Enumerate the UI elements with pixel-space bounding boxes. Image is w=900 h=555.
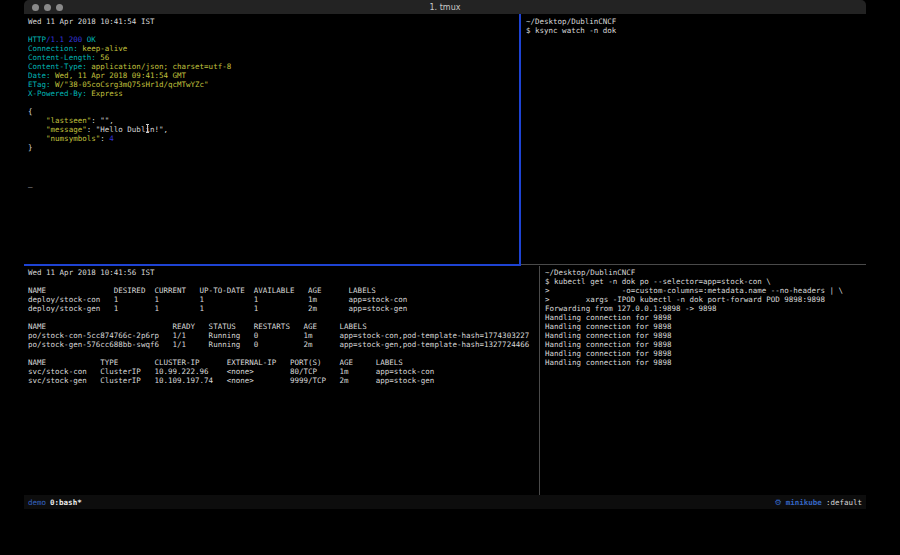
status-right: ⚙ minikube:default bbox=[771, 498, 866, 507]
pane-http-response[interactable]: Wed 11 Apr 2018 10:41:54 IST HTTP/1.1 20… bbox=[24, 14, 523, 267]
terminal-line bbox=[28, 161, 523, 170]
zoom-button[interactable] bbox=[56, 4, 63, 11]
terminal-line: Connection: keep-alive bbox=[28, 44, 523, 53]
window-tab-current[interactable]: 0:bash* bbox=[50, 498, 82, 507]
terminal-line: _ bbox=[28, 179, 523, 188]
timestamp: Wed 11 Apr 2018 10:41:56 IST bbox=[28, 268, 543, 277]
pane-ksync[interactable]: ~/Desktop/DublinCNCF$ ksync watch -n dok bbox=[522, 14, 870, 267]
session-name: demo bbox=[28, 498, 46, 507]
terminal-line: Handling connection for 9898 bbox=[545, 313, 870, 322]
terminal-line: > xargs -IPOD kubectl -n dok port-forwar… bbox=[545, 295, 870, 304]
terminal-line: Handling connection for 9898 bbox=[545, 340, 870, 349]
pods-table: NAME READY STATUS RESTARTS AGE LABELS po… bbox=[28, 322, 543, 349]
window-title: 1. tmux bbox=[24, 3, 866, 12]
terminal-line: "message": "Hello Dublin!", bbox=[28, 125, 523, 134]
services-table: NAME TYPE CLUSTER-IP EXTERNAL-IP PORT(S)… bbox=[28, 358, 543, 385]
terminal-line bbox=[28, 26, 523, 35]
status-left: demo 0:bash* bbox=[24, 498, 86, 507]
kubernetes-icon: ⚙ bbox=[775, 498, 782, 507]
terminal-line: Content-Type: application/json; charset=… bbox=[28, 62, 523, 71]
terminal-line: { bbox=[28, 107, 523, 116]
terminal-line: ~/Desktop/DublinCNCF bbox=[526, 17, 870, 26]
terminal-line: > -o=custom-columns=:metadata.name --no-… bbox=[545, 286, 870, 295]
terminal-line: HTTP/1.1 200 OK bbox=[28, 35, 523, 44]
terminal-line: Handling connection for 9898 bbox=[545, 322, 870, 331]
terminal-line: ~/Desktop/DublinCNCF bbox=[545, 268, 870, 277]
terminal-line bbox=[28, 98, 523, 107]
kube-context: minikube bbox=[786, 498, 822, 507]
terminal-line: Handling connection for 9898 bbox=[545, 358, 870, 367]
terminal-line: X-Powered-By: Express bbox=[28, 89, 523, 98]
terminal-line: Date: Wed, 11 Apr 2018 09:41:54 GMT bbox=[28, 71, 523, 80]
pane-kubectl-get[interactable]: Wed 11 Apr 2018 10:41:56 IST NAME DESIRE… bbox=[24, 266, 543, 497]
terminal-line: Content-Length: 56 bbox=[28, 53, 523, 62]
terminal-line: Handling connection for 9898 bbox=[545, 349, 870, 358]
tmux-terminal: Wed 11 Apr 2018 10:41:54 IST HTTP/1.1 20… bbox=[24, 14, 866, 495]
terminal-line: $ kubectl get -n dok po --selector=app=s… bbox=[545, 277, 870, 286]
minimize-button[interactable] bbox=[44, 4, 51, 11]
terminal-line: "numsymbols": 4 bbox=[28, 134, 523, 143]
terminal-line: Wed 11 Apr 2018 10:41:54 IST bbox=[28, 17, 523, 26]
terminal-line: "lastseen": "", bbox=[28, 116, 523, 125]
deployments-table: NAME DESIRED CURRENT UP-TO-DATE AVAILABL… bbox=[28, 286, 543, 313]
terminal-line: } bbox=[28, 143, 523, 152]
terminal-line bbox=[28, 170, 523, 179]
close-button[interactable] bbox=[32, 4, 39, 11]
pane-port-forward[interactable]: ~/Desktop/DublinCNCF$ kubectl get -n dok… bbox=[541, 266, 870, 497]
active-pane-border-vertical[interactable] bbox=[519, 14, 521, 266]
kube-namespace: :default bbox=[826, 498, 862, 507]
pane-border-horizontal[interactable] bbox=[521, 264, 866, 265]
terminal-window: 1. tmux Wed 11 Apr 2018 10:41:54 IST HTT… bbox=[24, 0, 866, 509]
terminal-line: Handling connection for 9898 bbox=[545, 331, 870, 340]
mouse-cursor-ibeam bbox=[145, 124, 150, 133]
terminal-line: Forwarding from 127.0.0.1:9898 -> 9898 bbox=[545, 304, 870, 313]
terminal-line bbox=[28, 152, 523, 161]
traffic-lights bbox=[24, 4, 63, 11]
terminal-line: $ ksync watch -n dok bbox=[526, 26, 870, 35]
terminal-line: ETag: W/"38-05coCsrg3mQ75sHr1d/qcMTwYZc" bbox=[28, 80, 523, 89]
tmux-status-bar: demo 0:bash* ⚙ minikube:default bbox=[24, 495, 866, 509]
window-titlebar[interactable]: 1. tmux bbox=[24, 0, 866, 14]
